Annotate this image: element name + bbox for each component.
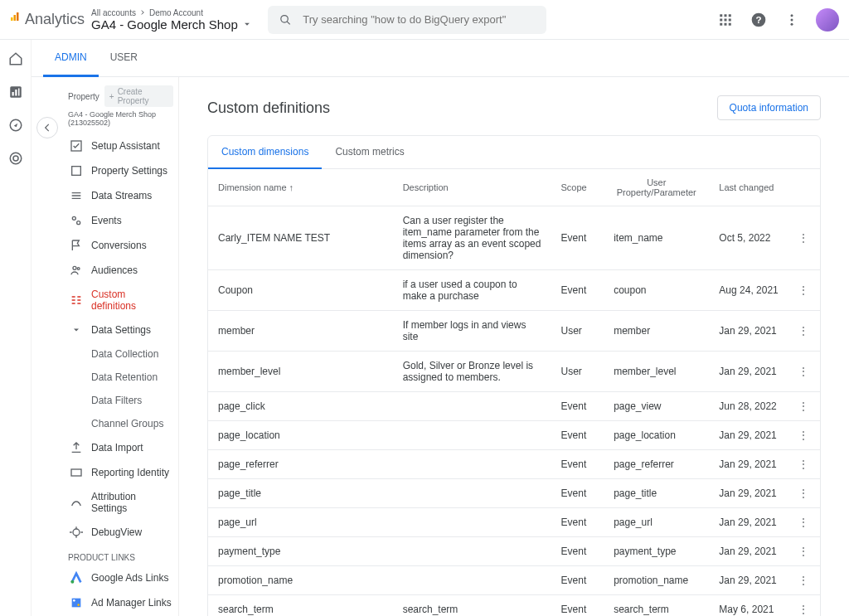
cell-scope: Event [551, 421, 604, 450]
sidebar-sub-data-collection[interactable]: Data Collection [68, 342, 173, 366]
tab-custom-metrics[interactable]: Custom metrics [322, 136, 417, 168]
cell-scope: Event [551, 206, 604, 270]
sidebar-item-label: Attribution Settings [91, 491, 172, 514]
sidebar-item-label: Audiences [91, 264, 138, 276]
cell-scope: User [551, 311, 604, 352]
flag-icon [70, 239, 83, 252]
sidebar-item-reporting-identity[interactable]: Reporting Identity [68, 460, 173, 485]
table-row: page_referrerEventpage_referrerJan 29, 2… [208, 450, 820, 479]
tab-user[interactable]: USER [99, 40, 149, 76]
tab-admin[interactable]: ADMIN [43, 40, 99, 77]
svg-point-17 [791, 18, 793, 21]
sidebar-sub-data-filters[interactable]: Data Filters [68, 389, 173, 412]
cell-scope: Event [551, 595, 604, 617]
collapse-sidebar-button[interactable] [36, 117, 58, 138]
tab-custom-dimensions[interactable]: Custom dimensions [208, 136, 322, 169]
sidebar-item-custom-definitions[interactable]: Custom definitions [68, 283, 173, 318]
sidebar-item-data-import[interactable]: Data Import [68, 435, 173, 460]
row-actions-icon[interactable]: ⋮ [798, 232, 808, 244]
explore-icon[interactable] [8, 118, 23, 133]
row-actions-icon[interactable]: ⋮ [798, 458, 808, 470]
table-row: page_urlEventpage_urlJan 29, 2021⋮ [208, 508, 820, 537]
sidebar-item-setup-assistant[interactable]: Setup Assistant [68, 133, 173, 158]
sidebar-item-audiences[interactable]: Audiences [68, 258, 173, 283]
svg-point-28 [72, 216, 75, 220]
row-actions-icon[interactable]: ⋮ [798, 575, 808, 586]
svg-point-24 [10, 153, 22, 164]
sidebar-item-data-settings[interactable]: Data Settings [68, 318, 173, 342]
advertising-icon[interactable] [8, 151, 23, 166]
cell-name: page_title [208, 479, 393, 508]
sidebar-item-events[interactable]: Events [68, 208, 173, 233]
row-actions-icon[interactable]: ⋮ [798, 429, 808, 441]
create-property-label: Create Property [118, 87, 168, 105]
svg-point-3 [281, 15, 288, 22]
cell-property: member [604, 311, 709, 352]
svg-rect-7 [729, 14, 731, 17]
svg-rect-6 [725, 14, 727, 17]
property-path[interactable]: GA4 - Google Merch Shop (213025502) [68, 110, 173, 127]
row-actions-icon[interactable]: ⋮ [798, 284, 808, 296]
sidebar-item-debugview[interactable]: DebugView [68, 520, 173, 545]
link-google-ads[interactable]: Google Ads Links [68, 565, 173, 590]
cell-name: member_level [208, 352, 393, 392]
breadcrumb[interactable]: All accounts Demo Account [91, 8, 253, 17]
row-actions-icon[interactable]: ⋮ [798, 325, 808, 337]
table-row: Carly_ITEM NAME TESTCan a user register … [208, 206, 820, 270]
cell-date: Jan 29, 2021 [709, 311, 788, 352]
cell-name: member [208, 311, 393, 352]
search-input[interactable] [303, 13, 534, 26]
sidebar-item-property-settings[interactable]: Property Settings [68, 158, 173, 183]
upload-icon [70, 441, 83, 454]
sidebar-item-label: Events [91, 215, 122, 226]
row-actions-icon[interactable]: ⋮ [798, 546, 808, 557]
svg-rect-2 [17, 12, 18, 20]
sidebar-item-conversions[interactable]: Conversions [68, 233, 173, 258]
link-label: Google Ads Links [91, 572, 168, 584]
apps-icon[interactable] [716, 11, 735, 29]
help-icon[interactable]: ? [750, 11, 768, 29]
svg-rect-13 [729, 22, 731, 25]
home-icon[interactable] [8, 51, 23, 66]
sidebar-sub-channel-groups[interactable]: Channel Groups [68, 412, 173, 435]
col-last-changed[interactable]: Last changed [709, 169, 788, 206]
sidebar-item-data-streams[interactable]: Data Streams [68, 183, 173, 208]
plus-icon: + [109, 92, 114, 101]
cell-description [393, 508, 551, 537]
col-description[interactable]: Description [393, 169, 551, 206]
row-actions-icon[interactable]: ⋮ [798, 487, 808, 499]
sidebar-item-attribution-settings[interactable]: Attribution Settings [68, 485, 173, 520]
sidebar-sub-data-retention[interactable]: Data Retention [68, 366, 173, 389]
row-actions-icon[interactable]: ⋮ [798, 604, 808, 615]
analytics-logo-icon [10, 12, 20, 28]
people-icon [70, 264, 83, 277]
cell-description [393, 566, 551, 595]
check-square-icon [70, 139, 83, 153]
avatar[interactable] [816, 8, 839, 32]
settings-icon [70, 164, 83, 177]
col-scope[interactable]: Scope [551, 169, 604, 206]
ad-manager-icon [70, 596, 83, 609]
svg-rect-9 [725, 18, 727, 21]
search-bar[interactable] [268, 6, 546, 34]
create-property-button[interactable]: + Create Property [104, 85, 173, 107]
reports-icon[interactable] [8, 85, 23, 99]
col-user-property[interactable]: UserProperty/Parameter [604, 169, 709, 206]
cell-description [393, 392, 551, 421]
breadcrumb-account: Demo Account [149, 8, 203, 17]
property-selector[interactable]: GA4 - Google Merch Shop [91, 17, 253, 32]
breadcrumb-root: All accounts [91, 8, 136, 17]
svg-rect-22 [18, 89, 20, 96]
more-menu-icon[interactable] [783, 11, 801, 29]
row-actions-icon[interactable]: ⋮ [798, 400, 808, 412]
cell-name: promotion_name [208, 566, 393, 595]
row-actions-icon[interactable]: ⋮ [798, 366, 808, 377]
svg-rect-21 [15, 90, 17, 96]
identity-icon [70, 466, 83, 479]
svg-point-31 [77, 268, 80, 270]
row-actions-icon[interactable]: ⋮ [798, 517, 808, 528]
col-dimension-name[interactable]: Dimension name ↑ [208, 169, 393, 206]
link-ad-manager[interactable]: Ad Manager Links [68, 590, 173, 615]
google-ads-icon [70, 571, 83, 584]
quota-information-button[interactable]: Quota information [717, 95, 821, 120]
